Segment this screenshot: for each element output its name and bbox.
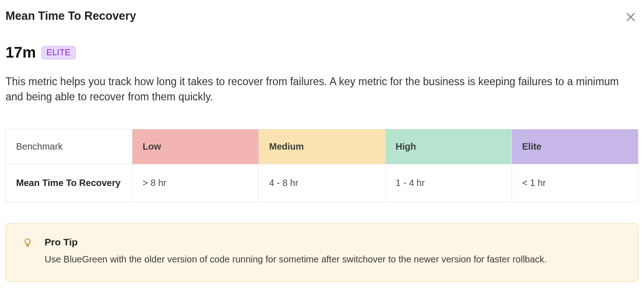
- pro-tip-body: Use BlueGreen with the older version of …: [45, 252, 621, 267]
- benchmark-cell-low: > 8 hr: [132, 164, 259, 202]
- benchmark-header-medium: Medium: [259, 129, 385, 164]
- benchmark-header-low: Low: [132, 129, 259, 164]
- benchmark-cell-elite: < 1 hr: [512, 164, 638, 202]
- page-title: Mean Time To Recovery: [6, 9, 136, 23]
- table-row: Mean Time To Recovery > 8 hr 4 - 8 hr 1 …: [6, 164, 638, 202]
- close-icon: [625, 11, 637, 24]
- benchmark-table: Benchmark Low Medium High Elite Mean Tim…: [6, 129, 638, 202]
- benchmark-header-elite: Elite: [512, 129, 638, 164]
- metric-badge: ELITE: [41, 46, 76, 59]
- metric-description: This metric helps you track how long it …: [6, 74, 638, 105]
- pro-tip-title: Pro Tip: [45, 237, 621, 248]
- pro-tip-callout: Pro Tip Use BlueGreen with the older ver…: [6, 223, 638, 282]
- benchmark-row-metric-name: Mean Time To Recovery: [6, 164, 132, 202]
- table-header-row: Benchmark Low Medium High Elite: [6, 129, 638, 164]
- benchmark-header-high: High: [385, 129, 512, 164]
- benchmark-cell-high: 1 - 4 hr: [385, 164, 512, 202]
- metric-value: 17m: [6, 44, 36, 61]
- benchmark-header-label: Benchmark: [6, 129, 132, 164]
- close-button[interactable]: [623, 9, 638, 26]
- lightbulb-icon: [23, 238, 33, 250]
- benchmark-cell-medium: 4 - 8 hr: [259, 164, 385, 202]
